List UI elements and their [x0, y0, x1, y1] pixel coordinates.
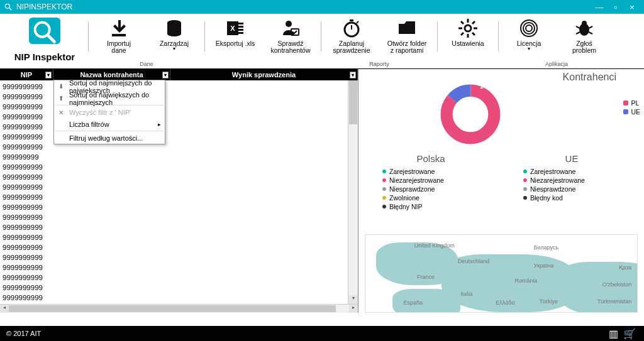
title-bar: NIPINSPEKTOR — ▫ × — [0, 0, 644, 14]
svg-line-33 — [589, 26, 592, 28]
window-title: NIPINSPEKTOR — [16, 3, 72, 11]
svg-line-35 — [589, 32, 592, 34]
column-nip[interactable]: NIP▾ — [0, 69, 53, 80]
stat-item: Zarejestrowane — [382, 168, 498, 175]
magnify-icon — [4, 3, 13, 11]
column-wynik[interactable]: Wynik sprawdzenia▾ — [170, 69, 358, 80]
ribbon-zaplanuj-sprawdzenie[interactable]: Zaplanujsprawdzenie — [324, 16, 379, 54]
table-row[interactable]: 9999999999 — [3, 242, 355, 252]
svg-text:X: X — [230, 24, 235, 32]
user-check-icon — [280, 18, 301, 39]
column-context-menu: ⬇Sortuj od najmniejszych do największych… — [53, 80, 165, 144]
table-row[interactable]: 9999999999 — [3, 283, 355, 293]
svg-point-31 — [582, 21, 587, 26]
stat-item: Niesprawdzone — [523, 185, 639, 193]
stat-item: Zarejestrowane — [523, 168, 639, 175]
table-row[interactable]: 9999999999 — [3, 162, 355, 172]
sort-desc-icon: ⬆ — [57, 95, 65, 102]
stat-item: Niezarejestrowane — [382, 176, 498, 184]
stat-item: Niezarejestrowane — [523, 176, 639, 184]
panel-title: Kontrahenci — [364, 72, 639, 83]
table-row[interactable]: 9999999999 — [3, 182, 355, 192]
grid-panel: NIP▾ Nazwa kontrahenta▾ Wynik sprawdzeni… — [0, 69, 358, 313]
footer-book-icon[interactable]: ▥ — [605, 328, 621, 340]
svg-rect-11 — [238, 32, 243, 34]
table-row[interactable]: 9999999999 — [3, 232, 355, 242]
ribbon: NIP Inspektor Importujdane Zarządzaj ▾ D… — [0, 14, 644, 69]
table-row[interactable]: 9999999999 — [3, 252, 355, 263]
menu-sort-desc[interactable]: ⬆Sortuj od największych do najmniejszych — [54, 92, 165, 104]
stats-section: Polska ZarejestrowaneNiezarejestrowaneNi… — [364, 153, 639, 212]
ribbon-otworz-folder[interactable]: Otwórz folderz raportami — [379, 16, 435, 54]
ribbon-zarzadzaj[interactable]: Zarządzaj ▾ — [147, 16, 202, 51]
svg-rect-9 — [238, 26, 243, 28]
legend-item: PL — [623, 99, 640, 107]
chevron-down-icon: ▾ — [173, 46, 175, 51]
import-icon — [108, 18, 130, 39]
brand-icon — [25, 16, 64, 49]
svg-line-17 — [357, 21, 358, 23]
ribbon-zglos-problem[interactable]: Zgłośproblem — [557, 16, 612, 54]
submenu-arrow-icon: ▸ — [158, 121, 161, 127]
fingerprint-icon — [518, 18, 540, 39]
minimize-button[interactable]: — — [591, 3, 608, 12]
footer-cart-icon[interactable]: 🛒 — [621, 328, 638, 340]
column-filter-wynik[interactable]: ▾ — [350, 72, 356, 78]
chevron-down-icon: ▾ — [528, 46, 530, 51]
stat-item: Niesprawdzone — [382, 185, 498, 193]
gear-icon — [457, 18, 479, 39]
svg-point-18 — [465, 25, 471, 31]
stat-item: Błędny NIP — [382, 203, 498, 210]
svg-point-0 — [5, 4, 9, 8]
table-row[interactable]: 9999999999 — [3, 192, 355, 202]
brand: NIP Inspektor — [4, 16, 86, 62]
stat-item: Błędny kod — [523, 194, 639, 202]
column-filter-nazwa[interactable]: ▾ — [162, 72, 169, 78]
horizontal-scrollbar[interactable]: ◂▸ — [0, 304, 358, 313]
ribbon-group-aplikacja: Aplikacja — [545, 61, 568, 68]
stats-ue: UE ZarejestrowaneNiezarejestrowaneNiespr… — [504, 153, 639, 212]
vertical-scrollbar[interactable]: ▴▾ — [348, 80, 358, 304]
close-button[interactable]: × — [624, 3, 640, 12]
svg-point-29 — [526, 25, 532, 31]
menu-filter-by-value[interactable]: Filtruj według wartości... — [54, 132, 165, 144]
map[interactable]: United Kingdom Беларусь Deutschland Укра… — [365, 234, 638, 313]
column-filter-nip[interactable]: ▾ — [45, 72, 52, 78]
table-row[interactable]: 9999999999 — [3, 172, 355, 182]
table-row[interactable]: 9999999999 — [3, 293, 355, 303]
donut-value-pl: 85 — [443, 138, 450, 144]
svg-rect-8 — [238, 23, 243, 24]
table-row[interactable]: 9999999999 — [3, 212, 355, 222]
svg-line-24 — [472, 33, 475, 35]
table-row[interactable]: 999999999 — [3, 152, 355, 162]
sort-asc-icon: ⬇ — [57, 83, 65, 90]
ribbon-eksportuj-xls[interactable]: X Eksportuj .xls — [208, 16, 263, 47]
donut-legend: PLUE — [623, 99, 640, 117]
svg-line-26 — [472, 21, 475, 24]
brand-label: NIP Inspektor — [4, 51, 86, 62]
ribbon-ustawienia[interactable]: Ustawienia — [440, 16, 496, 47]
ribbon-sprawdz-kontrahentow[interactable]: Sprawdźkontrahentów — [263, 16, 318, 54]
maximize-button[interactable]: ▫ — [608, 3, 624, 12]
svg-line-1 — [9, 8, 12, 11]
ribbon-importuj-dane[interactable]: Importujdane — [91, 16, 147, 54]
svg-line-34 — [576, 32, 580, 34]
svg-line-25 — [461, 33, 464, 35]
copyright: © 2017 AIT — [6, 330, 41, 337]
table-row[interactable]: 9999999999 — [3, 222, 355, 232]
table-row[interactable]: 9999999999 — [3, 273, 355, 283]
legend-item: UE — [623, 108, 640, 116]
clear-filter-icon: ⨯ — [57, 109, 65, 116]
menu-filter-count[interactable]: Liczba filtrów▸ — [54, 118, 165, 130]
svg-rect-16 — [350, 19, 353, 21]
donut-chart: 85 14 — [439, 83, 502, 146]
database-icon — [164, 18, 185, 39]
table-row[interactable]: 9999999999 — [3, 202, 355, 212]
svg-line-23 — [461, 21, 464, 24]
table-row[interactable]: 9999999999 — [3, 263, 355, 273]
grid-header: NIP▾ Nazwa kontrahenta▾ Wynik sprawdzeni… — [0, 69, 358, 80]
stopwatch-icon — [341, 18, 362, 39]
bug-icon — [574, 18, 595, 39]
menu-clear-filter: ⨯Wyczyść filtr z ' NIP' — [54, 106, 165, 118]
ribbon-licencja[interactable]: Licencja ▾ — [501, 16, 557, 51]
